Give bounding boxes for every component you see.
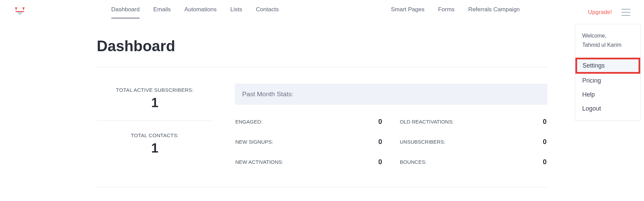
stats-grid: ENGAGED: 0 NEW SIGNUPS: 0 NEW ACTIVATION… xyxy=(235,112,547,172)
stat-old-reactivations: OLD REACTIVATIONS: 0 xyxy=(399,112,547,132)
page-title: Dashboard xyxy=(97,38,547,55)
svg-marker-0 xyxy=(15,8,17,11)
dropdown-items: Settings Pricing Help Logout xyxy=(575,58,640,116)
topbar: Dashboard Emails Automations Lists Conta… xyxy=(0,0,644,18)
stat-bounces: BOUNCES: 0 xyxy=(399,152,547,172)
stat-total-contacts: TOTAL CONTACTS: 1 xyxy=(97,129,213,156)
stats-panel: Past Month Stats: ENGAGED: 0 NEW SIGNUPS… xyxy=(235,84,547,172)
welcome-label: Welcome, xyxy=(582,31,633,40)
user-dropdown: Welcome, Tahmid ul Karim Settings Pricin… xyxy=(575,24,641,121)
dropdown-help[interactable]: Help xyxy=(575,88,640,102)
dropdown-logout[interactable]: Logout xyxy=(575,102,640,116)
stat-row-label: UNSUBSCRIBERS: xyxy=(400,139,445,145)
stat-value: 1 xyxy=(97,96,213,110)
nav-automations[interactable]: Automations xyxy=(184,6,217,18)
nav-referrals[interactable]: Referrals Campaign xyxy=(468,6,520,18)
stat-row-label: OLD REACTIVATIONS: xyxy=(400,119,454,125)
panel-header: Past Month Stats: xyxy=(235,84,547,105)
nav-emails[interactable]: Emails xyxy=(153,6,171,18)
stat-new-signups: NEW SIGNUPS: 0 xyxy=(235,132,383,152)
user-name: Tahmid ul Karim xyxy=(582,40,633,49)
main-container: Dashboard TOTAL ACTIVE SUBSCRIBERS: 1 TO… xyxy=(97,18,547,187)
svg-marker-1 xyxy=(22,8,25,11)
stat-label: TOTAL CONTACTS: xyxy=(97,132,213,138)
nav-dashboard[interactable]: Dashboard xyxy=(111,6,140,18)
stat-engaged: ENGAGED: 0 xyxy=(235,112,383,132)
stats-col-2: OLD REACTIVATIONS: 0 UNSUBSCRIBERS: 0 BO… xyxy=(399,112,547,172)
dropdown-settings[interactable]: Settings xyxy=(575,58,640,74)
svg-rect-3 xyxy=(15,11,24,12)
dropdown-pricing[interactable]: Pricing xyxy=(575,74,640,88)
menu-icon[interactable] xyxy=(621,9,630,16)
content-row: TOTAL ACTIVE SUBSCRIBERS: 1 TOTAL CONTAC… xyxy=(97,84,547,187)
nav-forms[interactable]: Forms xyxy=(438,6,455,18)
stat-label: TOTAL ACTIVE SUBSCRIBERS: xyxy=(97,87,213,93)
stat-row-value: 0 xyxy=(543,118,546,126)
nav-right: Smart Pages Forms Referrals Campaign xyxy=(391,6,520,18)
nav-left: Dashboard Emails Automations Lists Conta… xyxy=(111,6,279,18)
stat-row-label: NEW SIGNUPS: xyxy=(235,139,273,145)
stat-row-value: 0 xyxy=(543,158,546,166)
dropdown-welcome: Welcome, Tahmid ul Karim xyxy=(575,30,640,51)
stat-row-value: 0 xyxy=(543,138,546,146)
nav-lists[interactable]: Lists xyxy=(230,6,242,18)
summary-column: TOTAL ACTIVE SUBSCRIBERS: 1 TOTAL CONTAC… xyxy=(97,84,213,172)
divider xyxy=(97,67,547,67)
stat-row-label: ENGAGED: xyxy=(235,119,262,125)
stat-row-label: BOUNCES: xyxy=(400,159,427,165)
stat-value: 1 xyxy=(97,141,213,156)
stats-col-1: ENGAGED: 0 NEW SIGNUPS: 0 NEW ACTIVATION… xyxy=(235,112,383,172)
stat-unsubscribers: UNSUBSCRIBERS: 0 xyxy=(399,132,547,152)
stat-new-activations: NEW ACTIVATIONS: 0 xyxy=(235,152,383,172)
stat-active-subscribers: TOTAL ACTIVE SUBSCRIBERS: 1 xyxy=(97,84,213,121)
upgrade-link[interactable]: Upgrade! xyxy=(588,9,612,16)
nav-contacts[interactable]: Contacts xyxy=(256,6,279,18)
logo-icon xyxy=(14,6,26,18)
stat-row-label: NEW ACTIVATIONS: xyxy=(235,159,283,165)
stat-row-value: 0 xyxy=(378,138,382,146)
nav-smart-pages[interactable]: Smart Pages xyxy=(391,6,424,18)
stat-row-value: 0 xyxy=(378,158,382,166)
stat-row-value: 0 xyxy=(378,118,382,126)
